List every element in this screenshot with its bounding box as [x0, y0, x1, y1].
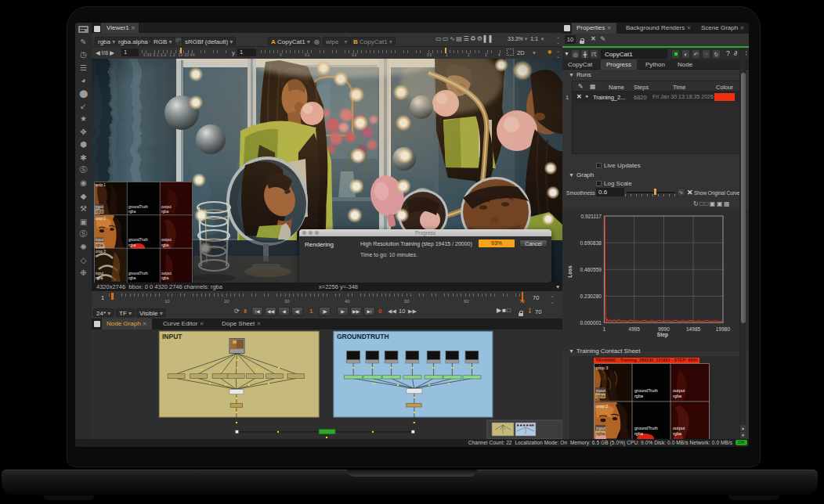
svg-text:rgba: rgba — [161, 276, 169, 280]
svg-text:Step: Step — [657, 332, 668, 338]
svg-text:rgba: rgba — [596, 394, 605, 398]
svg-text:rgba: rgba — [596, 431, 605, 436]
svg-text:GROUNDTRUTH: GROUNDTRUTH — [337, 333, 389, 340]
svg-text:rgba: rgba — [128, 210, 136, 214]
svg-text:rgba: rgba — [673, 431, 682, 436]
svg-text:4995: 4995 — [628, 326, 640, 332]
svg-text:crop 2: crop 2 — [96, 217, 106, 221]
svg-text:rgba: rgba — [128, 243, 136, 247]
svg-text:rgba: rgba — [634, 431, 644, 436]
svg-text:rgba: rgba — [128, 276, 136, 280]
svg-text:0.460559: 0.460559 — [580, 267, 602, 272]
svg-text:0.000001: 0.000001 — [580, 320, 602, 326]
svg-text:output: output — [161, 205, 172, 209]
svg-text:groundTruth: groundTruth — [128, 205, 148, 209]
svg-text:14985: 14985 — [686, 326, 701, 332]
svg-text:rgba: rgba — [161, 210, 169, 214]
svg-text:rgba: rgba — [96, 210, 103, 214]
svg-text:INPUT: INPUT — [162, 333, 183, 340]
svg-text:output: output — [673, 426, 685, 430]
svg-text:crop 1: crop 1 — [96, 183, 106, 187]
svg-text:groundTruth: groundTruth — [128, 272, 148, 275]
svg-text:crop 3: crop 3 — [596, 365, 608, 370]
svg-text:rgba: rgba — [161, 243, 169, 247]
svg-text:groundTruth: groundTruth — [634, 426, 658, 430]
svg-text:0.690838: 0.690838 — [580, 240, 602, 246]
svg-text:19980: 19980 — [716, 326, 731, 332]
svg-text:rgba: rgba — [96, 243, 103, 247]
svg-text:9990: 9990 — [658, 326, 670, 332]
svg-text:input: input — [596, 388, 605, 393]
svg-text:crop 2: crop 2 — [596, 404, 608, 409]
svg-text:rgba: rgba — [634, 394, 644, 398]
svg-text:crop 3: crop 3 — [96, 250, 106, 254]
svg-text:1: 1 — [603, 326, 606, 332]
svg-text:input: input — [96, 272, 104, 275]
svg-text:rgba: rgba — [673, 394, 682, 398]
svg-text:input: input — [596, 426, 605, 430]
svg-text:output: output — [673, 388, 685, 393]
svg-text:input: input — [96, 238, 104, 242]
svg-text:groundTruth: groundTruth — [128, 238, 148, 242]
svg-text:groundTruth: groundTruth — [634, 388, 658, 393]
svg-text:output: output — [161, 272, 172, 275]
svg-text:input: input — [96, 205, 104, 209]
svg-text:0.921117: 0.921117 — [580, 214, 602, 219]
svg-text:0.230280: 0.230280 — [580, 293, 602, 299]
svg-text:rgba: rgba — [96, 276, 103, 280]
svg-text:output: output — [161, 238, 172, 242]
svg-text:Loss: Loss — [567, 265, 573, 278]
